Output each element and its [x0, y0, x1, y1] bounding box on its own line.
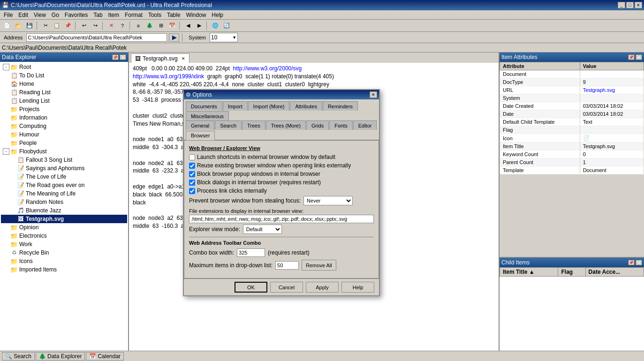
- ok-button[interactable]: OK: [235, 282, 267, 293]
- checkbox-row-5: Process link clicks internally: [189, 188, 374, 194]
- dialog-tabs-row1: Documents Import Import (More) Attribute…: [184, 99, 379, 120]
- tab-import[interactable]: Import: [223, 101, 248, 111]
- block-dialogs-label: Block dialogs in internal browser (requi…: [197, 179, 321, 186]
- remove-all-button[interactable]: Remove All: [302, 260, 336, 271]
- dialog-sep-1: [189, 237, 374, 237]
- max-items-label: Maximum items in drop-down list:: [189, 262, 273, 269]
- browser-tab-content: Web Browser / Explorer View Launch short…: [184, 140, 379, 278]
- dialog-buttons: OK Cancel Apply Help: [184, 278, 379, 295]
- combo-width-row: Combo box width: (requires restart): [189, 248, 374, 257]
- cancel-button[interactable]: Cancel: [270, 282, 303, 293]
- reuse-browser-checkbox[interactable]: [189, 163, 195, 169]
- checkbox-row-3: Block browser popup windows in internal …: [189, 171, 374, 177]
- dialog-icon: ⚙: [186, 91, 191, 98]
- block-dialogs-checkbox[interactable]: [189, 180, 195, 186]
- block-popups-label: Block browser popup windows in internal …: [197, 171, 320, 177]
- max-items-row: Maximum items in drop-down list: Remove …: [189, 260, 374, 271]
- tab-search[interactable]: Search: [215, 120, 242, 130]
- combo-width-input[interactable]: [237, 248, 265, 257]
- browser-section-title: Web Browser / Explorer View: [189, 145, 374, 151]
- prevent-browser-label: Prevent browser window from stealing foc…: [189, 197, 301, 204]
- tab-documents[interactable]: Documents: [186, 101, 222, 111]
- launch-shortcuts-checkbox[interactable]: [189, 154, 195, 160]
- block-popups-checkbox[interactable]: [189, 171, 195, 177]
- tab-browser[interactable]: Browser: [186, 131, 215, 140]
- tab-grids[interactable]: Grids: [306, 120, 329, 130]
- checkbox-row-4: Block dialogs in internal browser (requi…: [189, 179, 374, 186]
- tab-fonts[interactable]: Fonts: [329, 120, 353, 130]
- prevent-browser-row: Prevent browser window from stealing foc…: [189, 196, 374, 205]
- prevent-browser-select[interactable]: Never Always When not active: [303, 196, 353, 205]
- tab-reminders[interactable]: Reminders: [323, 101, 358, 111]
- reuse-browser-label: Reuse existing browser window when openi…: [197, 162, 351, 169]
- tab-miscellaneous[interactable]: Miscellaneous: [186, 111, 229, 120]
- max-items-input[interactable]: [275, 261, 299, 270]
- help-dialog-button[interactable]: Help: [341, 282, 374, 293]
- explorer-mode-label: Explorer view mode:: [189, 226, 240, 233]
- tab-import-more[interactable]: Import (More): [248, 101, 290, 111]
- apply-button[interactable]: Apply: [306, 282, 339, 293]
- checkbox-row-2: Reuse existing browser window when openi…: [189, 162, 374, 169]
- checkbox-row-1: Launch shortcuts in external browser win…: [189, 154, 374, 160]
- combo-width-label: Combo box width:: [189, 249, 234, 256]
- process-links-label: Process link clicks internally: [197, 188, 267, 194]
- file-ext-input[interactable]: [189, 215, 374, 223]
- dialog-title-bar: ⚙ Options ✕: [184, 90, 379, 99]
- dialog-close-button[interactable]: ✕: [370, 91, 377, 98]
- launch-shortcuts-label: Launch shortcuts in external browser win…: [197, 154, 335, 160]
- dialog-title: ⚙ Options: [186, 91, 212, 98]
- process-links-checkbox[interactable]: [189, 188, 195, 194]
- file-ext-label: File extensions to display in internal b…: [189, 208, 374, 214]
- web-address-section: Web Address Toolbar Combo: [189, 240, 374, 246]
- explorer-mode-select[interactable]: Default Details List Thumbnails: [243, 225, 282, 234]
- options-dialog-overlay: ⚙ Options ✕ Documents Import Import (Mor…: [0, 0, 644, 361]
- tab-trees-more[interactable]: Trees (More): [266, 120, 306, 130]
- tab-editor[interactable]: Editor: [353, 120, 377, 130]
- options-dialog: ⚙ Options ✕ Documents Import Import (Mor…: [183, 89, 380, 296]
- explorer-mode-row: Explorer view mode: Default Details List…: [189, 225, 374, 234]
- tab-attributes[interactable]: Attributes: [290, 101, 322, 111]
- tab-general[interactable]: General: [186, 120, 214, 130]
- tab-trees[interactable]: Trees: [242, 120, 265, 130]
- combo-width-note: (requires restart): [268, 249, 310, 256]
